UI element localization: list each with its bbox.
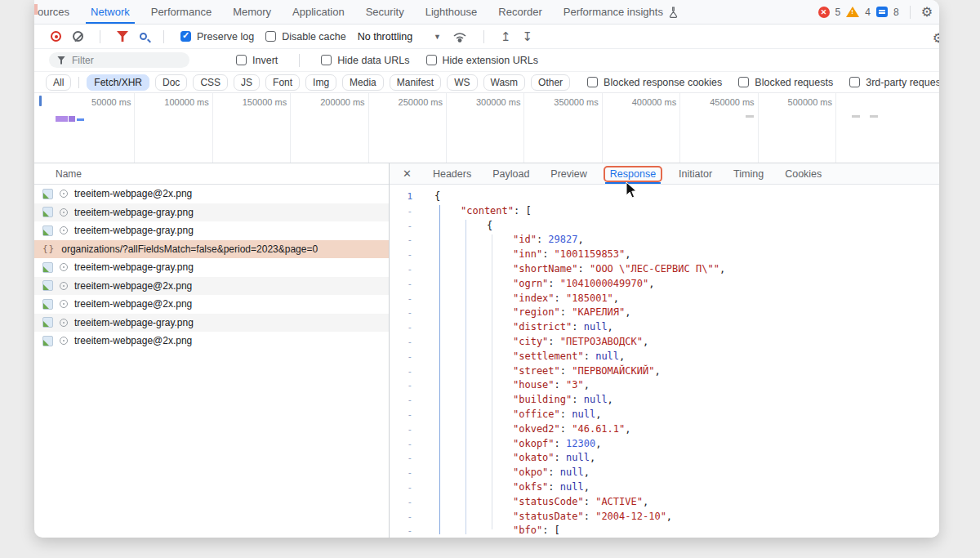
image-resource-icon — [42, 262, 53, 273]
details-tab-initiator[interactable]: Initiator — [679, 163, 712, 184]
panel-tab-security[interactable]: Security — [366, 0, 404, 24]
throttling-select[interactable]: No throttling ▼ — [358, 31, 441, 42]
token-p: , — [625, 423, 630, 435]
network-settings-gear-icon[interactable]: ⚙ — [933, 30, 939, 46]
code-line: -"region": "КАРЕЛИЯ", — [390, 306, 939, 320]
network-conditions-icon[interactable] — [452, 30, 467, 43]
request-row[interactable]: treeitem-webpage@2x.png — [34, 332, 389, 350]
token-s: "КАРЕЛИЯ" — [572, 306, 625, 318]
type-chip-css[interactable]: CSS — [193, 74, 228, 91]
blocked-filter-option[interactable]: Blocked requests — [738, 77, 833, 88]
close-icon[interactable]: ✕ — [403, 167, 412, 180]
response-json-viewer[interactable]: 1{-"content": [-{-"id": 29827,-"inn": "1… — [390, 185, 939, 538]
request-row[interactable]: treeitem-webpage-gray.png — [34, 221, 389, 240]
request-row[interactable]: treeitem-webpage-gray.png — [34, 258, 389, 277]
clear-button[interactable] — [73, 31, 83, 42]
disable-cache-checkbox[interactable] — [265, 31, 276, 42]
panel-tab-performance[interactable]: Performance — [151, 0, 212, 24]
filter-input[interactable]: Filter — [49, 52, 189, 68]
type-chip-fetch-xhr[interactable]: Fetch/XHR — [87, 74, 149, 91]
blocked-filter-option[interactable]: Blocked response cookies — [587, 77, 722, 88]
request-row[interactable]: treeitem-webpage-gray.png — [34, 314, 389, 333]
preserve-log-option[interactable]: Preserve log — [180, 31, 254, 42]
invert-option[interactable]: Invert — [236, 55, 278, 66]
type-chip-manifest[interactable]: Manifest — [390, 74, 441, 91]
disable-cache-option[interactable]: Disable cache — [265, 31, 346, 42]
panel-tab-performance-insights[interactable]: Performance insights — [564, 0, 679, 24]
warning-badge-icon[interactable] — [846, 7, 859, 17]
request-row[interactable]: treeitem-webpage@2x.png — [34, 295, 389, 314]
token-p: , — [619, 350, 625, 362]
checkbox[interactable] — [738, 77, 749, 87]
panel-tabs: ourcesNetworkPerformanceMemoryApplicatio… — [38, 0, 679, 24]
type-chip-all[interactable]: All — [46, 74, 71, 91]
token-k: "building" — [513, 394, 572, 405]
import-har-icon[interactable]: ↥ — [501, 30, 511, 42]
error-badge-icon[interactable]: ✕ — [818, 7, 830, 18]
type-chip-js[interactable]: JS — [234, 74, 260, 91]
type-chip-ws[interactable]: WS — [447, 74, 477, 91]
type-chip-media[interactable]: Media — [342, 74, 384, 91]
type-chip-wasm[interactable]: Wasm — [483, 74, 526, 91]
request-row[interactable]: treeitem-webpage-gray.png — [34, 203, 389, 222]
panel-tab-application[interactable]: Application — [292, 0, 345, 24]
panel-tab-ources[interactable]: ources — [38, 0, 69, 24]
code-line: -"ogrn": "1041000049970", — [390, 277, 939, 292]
warning-count[interactable]: 4 — [865, 7, 871, 18]
line-number: - — [390, 408, 422, 422]
code-line: -"district": null, — [390, 320, 939, 335]
panel-tab-recorder[interactable]: Recorder — [498, 0, 541, 24]
hide-data-urls-checkbox[interactable] — [321, 55, 332, 65]
invert-checkbox[interactable] — [236, 55, 247, 65]
type-chip-font[interactable]: Font — [265, 74, 300, 91]
type-chip-other[interactable]: Other — [531, 74, 570, 91]
settings-gear-icon[interactable]: ⚙ — [921, 6, 933, 19]
preserve-log-checkbox[interactable] — [180, 31, 191, 42]
token-u: null — [560, 481, 584, 493]
code-text: "house": "3", — [422, 378, 590, 393]
panel-tab-memory[interactable]: Memory — [233, 0, 271, 24]
details-tab-preview[interactable]: Preview — [550, 163, 586, 184]
details-tab-payload[interactable]: Payload — [492, 163, 529, 184]
filter-toggle-icon[interactable] — [117, 31, 128, 42]
hide-data-urls-option[interactable]: Hide data URLs — [321, 55, 409, 66]
hide-extension-urls-option[interactable]: Hide extension URLs — [426, 55, 538, 66]
divider — [78, 77, 79, 88]
name-column-header[interactable]: Name — [34, 163, 389, 185]
token-p: , — [643, 496, 648, 507]
details-tab-cookies[interactable]: Cookies — [785, 163, 822, 184]
token-p: : — [584, 496, 595, 507]
timeline-gridline: 500000 ms — [57, 93, 836, 163]
panel-tab-network[interactable]: Network — [91, 0, 130, 24]
line-number: - — [390, 204, 422, 219]
type-chip-doc[interactable]: Doc — [155, 74, 187, 91]
token-p: , — [666, 511, 672, 522]
search-icon[interactable] — [140, 33, 147, 40]
type-chip-img[interactable]: Img — [305, 74, 336, 91]
details-tab-timing[interactable]: Timing — [733, 163, 764, 184]
request-row[interactable]: {}organizations/?allFieldsMatch=false&pe… — [34, 240, 389, 259]
details-tab-headers[interactable]: Headers — [433, 163, 471, 184]
checkbox[interactable] — [587, 77, 598, 87]
hide-extension-urls-checkbox[interactable] — [426, 55, 437, 65]
checkbox[interactable] — [849, 77, 860, 87]
token-k: "settlement" — [513, 350, 584, 362]
code-text: "okato": null, — [422, 451, 595, 466]
request-row[interactable]: treeitem-webpage@2x.png — [34, 185, 389, 203]
issues-count[interactable]: 8 — [893, 7, 899, 18]
request-row[interactable]: treeitem-webpage@2x.png — [34, 277, 389, 296]
token-p: : — [548, 336, 559, 347]
filter-bar: Filter Invert Hide data URLs Hide extens… — [34, 49, 939, 72]
token-p: , — [625, 248, 630, 260]
record-button[interactable] — [51, 31, 61, 42]
divider — [100, 30, 100, 43]
token-s: "46.61.1" — [572, 423, 625, 435]
line-number: - — [390, 350, 422, 364]
error-count[interactable]: 5 — [835, 7, 841, 18]
network-overview-timeline[interactable]: 50000 ms100000 ms150000 ms200000 ms25000… — [34, 93, 939, 163]
export-har-icon[interactable]: ↧ — [523, 30, 533, 42]
timeline-handle[interactable] — [39, 96, 42, 106]
blocked-filter-option[interactable]: 3rd-party requests — [849, 77, 939, 88]
issues-badge-icon[interactable] — [876, 7, 888, 17]
panel-tab-lighthouse[interactable]: Lighthouse — [425, 0, 478, 24]
